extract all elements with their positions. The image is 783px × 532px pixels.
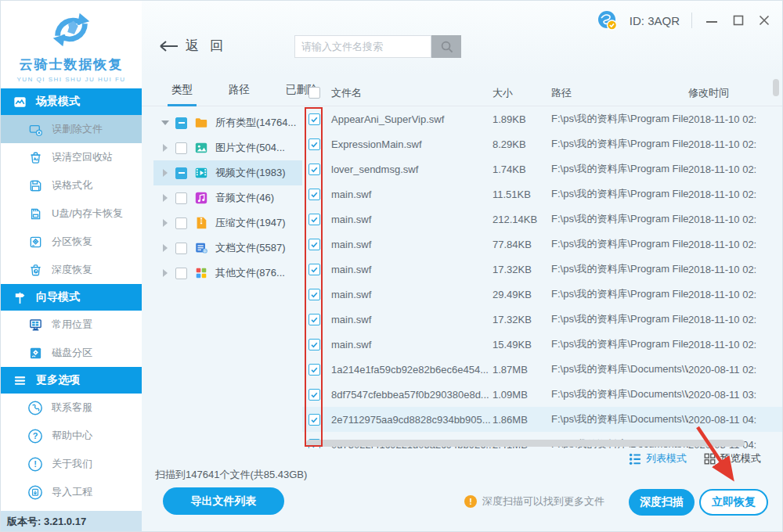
- partition-icon: [27, 234, 43, 250]
- tree-checkbox[interactable]: [175, 243, 187, 254]
- row-checkbox[interactable]: [309, 264, 320, 275]
- sidebar-item[interactable]: 误删除文件: [1, 115, 142, 143]
- tab-type[interactable]: 类型: [168, 83, 197, 106]
- preview-mode-toggle[interactable]: 预览模式: [704, 451, 761, 466]
- tab-path[interactable]: 路径: [225, 83, 254, 106]
- header-modified[interactable]: 修改时间: [688, 86, 783, 100]
- usb-card-icon: [27, 206, 43, 221]
- header-size[interactable]: 大小: [493, 86, 551, 100]
- sidebar-item[interactable]: 常用位置: [1, 311, 142, 339]
- row-checkbox[interactable]: [309, 164, 320, 175]
- list-mode-toggle[interactable]: 列表模式: [629, 451, 687, 466]
- cell-filename: main.swf: [326, 264, 493, 275]
- table-row[interactable]: main.swf 212.14KB F:\ps\我的资料库\Program Fi…: [302, 207, 783, 232]
- search-button[interactable]: [431, 35, 461, 58]
- header-filename[interactable]: 文件名: [326, 86, 493, 100]
- table-row[interactable]: main.swf 29.49KB F:\ps\我的资料库\Program Fil…: [302, 282, 783, 307]
- sidebar-section-header[interactable]: 场景模式: [1, 88, 142, 115]
- tree-checkbox[interactable]: [175, 142, 187, 154]
- deep-scan-button[interactable]: 深度扫描: [629, 489, 695, 516]
- sidebar-item[interactable]: 误清空回收站: [1, 143, 142, 171]
- tree-checkbox[interactable]: [175, 217, 187, 229]
- vertical-scrollbar[interactable]: [773, 79, 779, 96]
- row-checkbox[interactable]: [309, 113, 320, 125]
- row-checkbox[interactable]: [309, 239, 320, 250]
- sidebar-item[interactable]: 导入工程: [1, 478, 142, 506]
- row-checkbox[interactable]: [309, 138, 320, 150]
- expand-arrow-icon[interactable]: [163, 144, 168, 152]
- collapse-arrow-icon[interactable]: [161, 120, 169, 125]
- sidebar-item[interactable]: !关于我们: [1, 450, 142, 478]
- search-icon: [439, 39, 454, 54]
- table-row[interactable]: main.swf 77.84KB F:\ps\我的资料库\Program Fil…: [302, 232, 783, 257]
- tree-checkbox[interactable]: [175, 268, 187, 279]
- cell-filename: main.swf: [326, 314, 493, 325]
- tree-item[interactable]: 所有类型(14764...: [153, 110, 302, 135]
- search-input[interactable]: [294, 35, 431, 58]
- other-file-icon: [194, 266, 208, 280]
- close-button[interactable]: [757, 13, 771, 27]
- main-area: ID: 3AQR 返回: [142, 1, 783, 532]
- minimize-button[interactable]: [704, 13, 720, 27]
- row-checkbox[interactable]: [309, 289, 320, 300]
- export-file-list-button[interactable]: 导出文件列表: [163, 487, 284, 515]
- sidebar-item[interactable]: 误格式化: [1, 171, 142, 200]
- maximize-button[interactable]: [731, 13, 745, 27]
- sidebar-item[interactable]: 深度恢复: [1, 256, 142, 284]
- tree-item[interactable]: 其他文件(876...: [153, 261, 302, 286]
- cell-size: 1.87MB: [493, 364, 551, 376]
- row-checkbox[interactable]: [309, 389, 320, 401]
- cell-size: 11.51KB: [493, 189, 551, 200]
- sidebar-item[interactable]: 联系客服: [1, 394, 142, 422]
- table-row[interactable]: main.swf 11.51KB F:\ps\我的资料库\Program Fil…: [302, 182, 783, 207]
- tree-item[interactable]: 音频文件(46): [153, 185, 302, 210]
- horizontal-scrollbar[interactable]: [306, 440, 745, 447]
- row-checkbox[interactable]: [309, 314, 320, 325]
- table-row[interactable]: 8df7547cfebbea57f0b290380e8d... 1.09MB F…: [302, 382, 783, 407]
- row-checkbox[interactable]: [309, 189, 320, 200]
- expand-arrow-icon[interactable]: [163, 169, 168, 177]
- header-path[interactable]: 路径: [551, 86, 688, 100]
- table-row[interactable]: ExpressionMain.swf 8.29KB F:\ps\我的资料库\Pr…: [302, 131, 783, 156]
- tree-item[interactable]: 视频文件(1983): [153, 160, 302, 185]
- expand-arrow-icon[interactable]: [163, 244, 168, 252]
- tree-item[interactable]: 图片文件(504...: [153, 135, 302, 160]
- cell-path: F:\ps\我的资料库\Program Files\T...: [551, 137, 688, 151]
- sidebar-item[interactable]: U盘/内存卡恢复: [1, 200, 142, 228]
- tree-checkbox[interactable]: [175, 117, 187, 129]
- version-label: 版本号: 3.21.0.17: [1, 511, 142, 532]
- row-checkbox[interactable]: [309, 414, 320, 426]
- cell-path: F:\ps\我的资料库\Documents\We...: [551, 387, 688, 401]
- recovery-logo-icon: [47, 5, 96, 54]
- tree-item[interactable]: 文档文件(5587): [153, 235, 302, 261]
- table-row[interactable]: AppearAni_SuperVip.swf 1.89KB F:\ps\我的资料…: [302, 106, 783, 131]
- table-row[interactable]: main.swf 15.49KB F:\ps\我的资料库\Program Fil…: [302, 332, 783, 357]
- table-row[interactable]: 2e7112975aa9cd8828c934bb905... 1.86MB F:…: [302, 407, 783, 432]
- table-row[interactable]: main.swf 17.32KB F:\ps\我的资料库\Program Fil…: [302, 257, 783, 282]
- sidebar-section-header[interactable]: 更多选项: [1, 367, 142, 394]
- back-button[interactable]: 返回: [159, 37, 234, 55]
- sidebar-item[interactable]: ?帮助中心: [1, 422, 142, 450]
- sidebar-section-header[interactable]: 向导模式: [1, 284, 142, 311]
- sidebar-item[interactable]: 分区恢复: [1, 228, 142, 256]
- expand-arrow-icon[interactable]: [163, 269, 168, 277]
- select-all-checkbox[interactable]: [309, 87, 320, 99]
- expand-arrow-icon[interactable]: [163, 194, 168, 202]
- row-checkbox[interactable]: [309, 214, 320, 225]
- cell-path: F:\ps\我的资料库\Program Files\T...: [551, 262, 688, 276]
- table-row[interactable]: lover_sendmsg.swf 1.74KB F:\ps\我的资料库\Pro…: [302, 156, 783, 182]
- expand-arrow-icon[interactable]: [163, 219, 168, 227]
- recover-now-button[interactable]: 立即恢复: [699, 489, 768, 516]
- tree-checkbox[interactable]: [175, 192, 187, 204]
- tree-checkbox[interactable]: [175, 167, 187, 179]
- tree-item[interactable]: 压缩文件(1947): [153, 210, 302, 235]
- table-row[interactable]: 1a214e1fa59cb92e82b6ec6e454... 1.87MB F:…: [302, 357, 783, 382]
- row-checkbox[interactable]: [309, 339, 320, 350]
- sidebar-item[interactable]: 磁盘分区: [1, 339, 142, 367]
- row-checkbox[interactable]: [309, 364, 320, 376]
- app-logo: 云骑士数据恢复 YUN QI SHI SHU JU HUI FU: [1, 1, 142, 88]
- account-badge-icon: [597, 10, 618, 31]
- cell-size: 1.89KB: [493, 113, 551, 125]
- table-row[interactable]: main.swf 17.32KB F:\ps\我的资料库\Program Fil…: [302, 307, 783, 332]
- folder-icon: [194, 116, 208, 130]
